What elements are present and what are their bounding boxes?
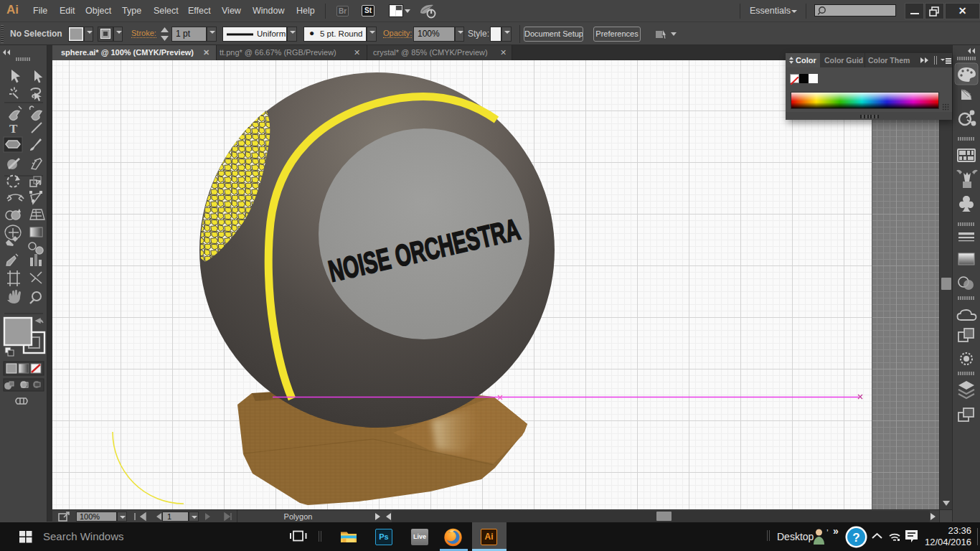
svg-text:T: T [9,122,18,136]
svg-text:?: ? [852,531,859,545]
